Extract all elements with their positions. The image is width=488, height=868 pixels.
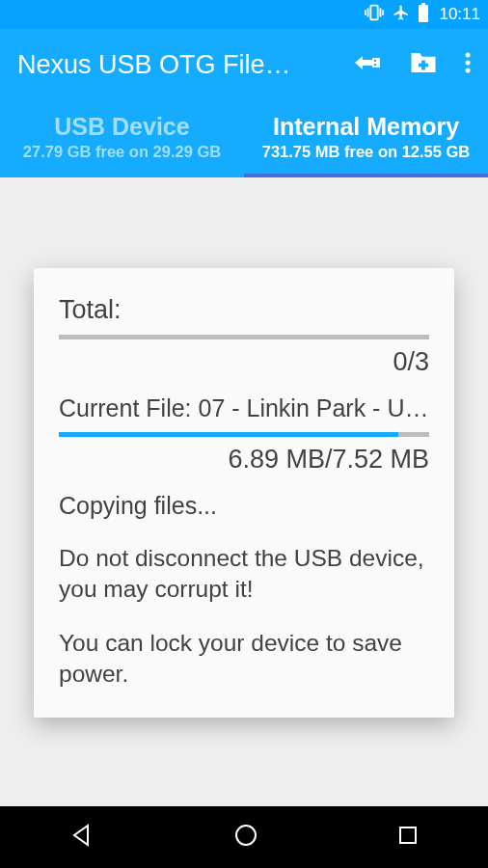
svg-rect-11 [419, 64, 428, 68]
current-progress [59, 432, 429, 437]
svg-point-14 [466, 68, 471, 73]
app-title: Nexus USB OTG File… [17, 50, 353, 80]
svg-rect-7 [372, 58, 380, 68]
svg-point-13 [466, 61, 471, 66]
status-time: 10:11 [439, 5, 480, 24]
svg-rect-9 [374, 64, 376, 66]
new-folder-icon[interactable] [409, 50, 438, 79]
total-value: 0/3 [59, 347, 429, 377]
copy-hint: You can lock your device to save power. [59, 628, 429, 690]
total-progress [59, 335, 429, 339]
tabs: USB Device 27.79 GB free on 29.29 GB Int… [0, 100, 488, 177]
svg-point-15 [236, 826, 256, 845]
vibrate-icon [364, 4, 385, 26]
svg-point-12 [466, 53, 471, 58]
airplane-icon [393, 4, 410, 26]
app-bar: Nexus USB OTG File… [0, 29, 488, 100]
nav-recent-icon[interactable] [396, 824, 420, 851]
current-file-label: Current File: 07 - Linkin Park - U… [59, 394, 429, 422]
navigation-bar [0, 806, 488, 868]
tab-indicator [244, 174, 488, 177]
total-label: Total: [59, 295, 429, 325]
overflow-menu-icon[interactable] [465, 51, 471, 78]
svg-rect-0 [371, 5, 378, 19]
svg-rect-5 [421, 3, 425, 5]
current-progress-fill [59, 432, 398, 437]
usb-action-icon[interactable] [353, 50, 382, 79]
nav-back-icon[interactable] [68, 822, 95, 853]
copy-dialog: Total: 0/3 Current File: 07 - Linkin Par… [34, 268, 454, 718]
battery-icon [418, 3, 429, 27]
tab-usb-device[interactable]: USB Device 27.79 GB free on 29.29 GB [0, 100, 244, 177]
current-value: 6.89 MB/7.52 MB [59, 445, 429, 475]
svg-rect-6 [419, 5, 428, 22]
copy-warning: Do not disconnect the USB device, you ma… [59, 543, 429, 605]
tab-usb-label: USB Device [54, 113, 189, 141]
svg-rect-8 [374, 60, 376, 62]
status-bar: 10:11 [0, 0, 488, 29]
tab-internal-memory[interactable]: Internal Memory 731.75 MB free on 12.55 … [244, 100, 488, 177]
copy-status: Copying files... [59, 492, 429, 520]
tab-internal-label: Internal Memory [273, 113, 459, 141]
svg-rect-16 [400, 827, 416, 843]
tab-usb-sub: 27.79 GB free on 29.29 GB [23, 143, 221, 161]
tab-internal-sub: 731.75 MB free on 12.55 GB [262, 143, 471, 161]
nav-home-icon[interactable] [233, 823, 258, 852]
